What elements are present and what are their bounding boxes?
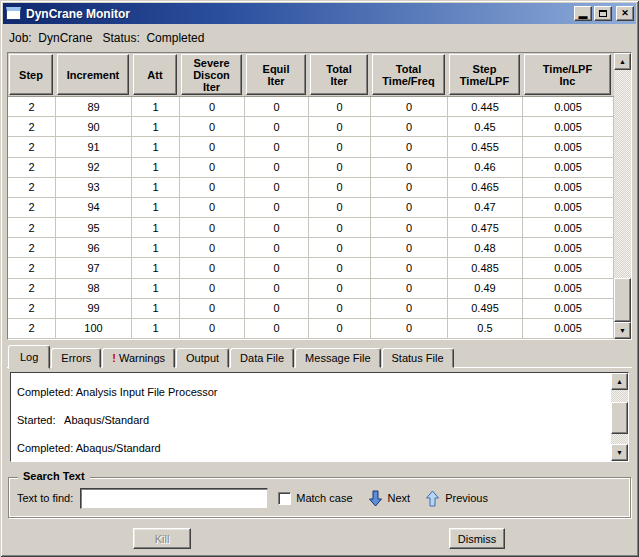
tab-label: Message File	[305, 352, 370, 364]
table-cell: 2	[8, 117, 56, 137]
tab-data-file[interactable]: Data File	[230, 348, 294, 368]
log-scroll-up-button[interactable]: ▲	[611, 373, 628, 390]
table-cell: 1	[132, 198, 180, 218]
dismiss-button[interactable]: Dismiss	[449, 528, 505, 549]
table-cell: 0	[245, 178, 309, 198]
table-cell: 2	[8, 137, 56, 157]
table-row[interactable]: 293100000.4650.005	[8, 178, 614, 198]
tab-label: Data File	[240, 352, 284, 364]
column-header: Att	[133, 54, 177, 95]
table-cell: 0.455	[448, 137, 523, 157]
table-scrollbar-thumb[interactable]	[614, 278, 631, 322]
status-label: Status:	[102, 31, 139, 45]
table-cell: 2	[8, 319, 56, 339]
table-cell: 1	[132, 238, 180, 258]
table-cell: 2	[8, 299, 56, 319]
find-input[interactable]	[80, 488, 268, 509]
table-cell: 0.005	[523, 238, 614, 258]
status-value: Completed	[146, 31, 204, 45]
table-cell: 0	[371, 97, 448, 117]
scroll-down-button[interactable]: ▼	[614, 322, 631, 339]
log-scrollbar-thumb[interactable]	[611, 402, 628, 434]
log-scrollbar[interactable]: ▲ ▼	[611, 373, 628, 461]
minimize-button[interactable]: ▬	[574, 6, 592, 21]
tab-label: Status File	[392, 352, 444, 364]
scroll-up-button[interactable]: ▲	[614, 53, 631, 70]
table-cell: 0	[309, 258, 371, 278]
table-cell: 1	[132, 299, 180, 319]
kill-button[interactable]: Kill	[133, 528, 191, 549]
table-cell: 0.485	[448, 258, 523, 278]
table-cell: 0	[245, 238, 309, 258]
title-bar[interactable]: DynCrane Monitor ▬ ✕	[3, 3, 636, 24]
table-cell: 0	[245, 218, 309, 238]
table-body: 289100000.4450.005290100000.450.00529110…	[8, 96, 614, 339]
tab-errors[interactable]: Errors	[51, 348, 101, 368]
close-button[interactable]: ✕	[616, 6, 634, 21]
scroll-down-icon: ▼	[616, 449, 623, 456]
table-row[interactable]: 292100000.460.005	[8, 158, 614, 178]
text-to-find-label: Text to find:	[17, 492, 73, 504]
tab-strip: LogErrors!WarningsOutputData FileMessage…	[8, 344, 455, 368]
table-row[interactable]: 298100000.490.005	[8, 279, 614, 299]
column-header: Equil Iter	[246, 54, 306, 95]
next-label: Next	[388, 492, 411, 504]
table-row[interactable]: 294100000.470.005	[8, 198, 614, 218]
find-next-button[interactable]: Next	[369, 490, 411, 507]
search-row: Text to find: Match case Next Previous	[17, 487, 624, 509]
table-row[interactable]: 291100000.4550.005	[8, 137, 614, 157]
table-row[interactable]: 295100000.4750.005	[8, 218, 614, 238]
table-row[interactable]: 297100000.4850.005	[8, 258, 614, 278]
table-row[interactable]: 290100000.450.005	[8, 117, 614, 137]
log-view: Completed: Analysis Input File Processor…	[10, 372, 629, 462]
table-cell: 0	[180, 178, 245, 198]
log-scroll-down-button[interactable]: ▼	[611, 444, 628, 461]
tab-output[interactable]: Output	[176, 348, 229, 368]
close-icon: ✕	[621, 9, 629, 18]
tab-status-file[interactable]: Status File	[382, 348, 454, 368]
table-row[interactable]: 289100000.4450.005	[8, 97, 614, 117]
table-cell: 0.005	[523, 178, 614, 198]
table-cell: 0	[180, 158, 245, 178]
table-row[interactable]: 296100000.480.005	[8, 238, 614, 258]
table-cell: 0.475	[448, 218, 523, 238]
log-line: Completed: Analysis Input File Processor	[17, 386, 603, 398]
table-cell: 1	[132, 158, 180, 178]
dyncrane-monitor-window: DynCrane Monitor ▬ ✕ Job: DynCrane Statu…	[0, 0, 639, 557]
table-cell: 89	[56, 97, 132, 117]
column-header: Step Time/LPF	[449, 54, 520, 95]
column-header: Total Time/Freq	[372, 54, 445, 95]
tab-warnings[interactable]: !Warnings	[102, 348, 175, 368]
table-cell: 0.495	[448, 299, 523, 319]
search-group-label: Search Text	[18, 470, 90, 482]
table-cell: 0	[371, 158, 448, 178]
table-cell: 0	[371, 319, 448, 339]
column-header: Time/LPF Inc	[524, 54, 611, 95]
tab-log[interactable]: Log	[8, 345, 50, 369]
table-cell: 0	[180, 218, 245, 238]
table-row[interactable]: 2100100000.50.005	[8, 319, 614, 339]
maximize-button[interactable]	[594, 6, 612, 21]
table-cell: 0.48	[448, 238, 523, 258]
tab-message-file[interactable]: Message File	[295, 348, 380, 368]
find-previous-button[interactable]: Previous	[426, 490, 488, 507]
scroll-up-icon: ▲	[616, 378, 623, 385]
table-cell: 0	[309, 97, 371, 117]
log-line: Started: Abaqus/Standard	[17, 414, 603, 426]
table-header-row: StepIncrementAttSevere Discon IterEquil …	[8, 53, 614, 96]
table-cell: 100	[56, 319, 132, 339]
table-cell: 0	[309, 117, 371, 137]
table-cell: 0	[371, 117, 448, 137]
match-case-checkbox[interactable]	[278, 492, 291, 505]
table-cell: 0.005	[523, 117, 614, 137]
table-cell: 0.005	[523, 279, 614, 299]
table-scrollbar[interactable]: ▲ ▼	[614, 53, 631, 339]
table-cell: 90	[56, 117, 132, 137]
table-cell: 92	[56, 158, 132, 178]
table-cell: 0.005	[523, 258, 614, 278]
table-cell: 0	[371, 238, 448, 258]
job-value: DynCrane	[38, 31, 92, 45]
table-row[interactable]: 299100000.4950.005	[8, 299, 614, 319]
table-cell: 2	[8, 238, 56, 258]
maximize-icon	[599, 10, 607, 17]
